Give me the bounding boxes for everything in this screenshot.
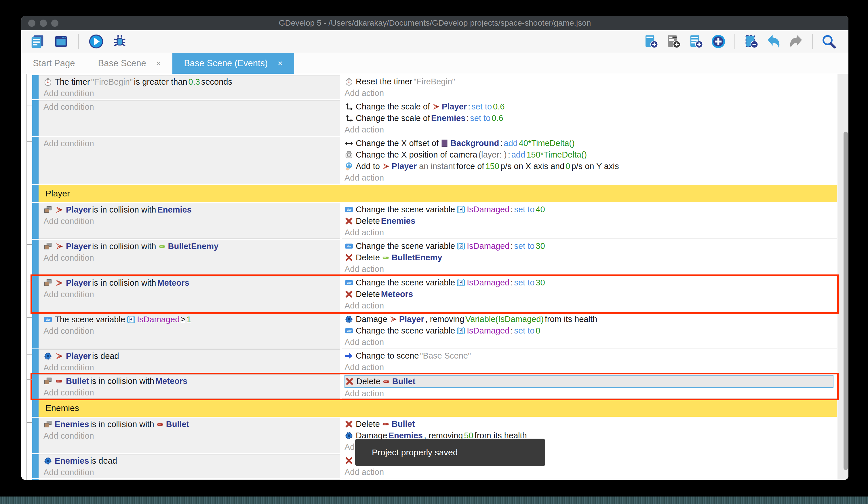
event-handle[interactable] <box>32 349 39 374</box>
search-icon[interactable] <box>821 33 837 50</box>
tab-base-scene-events-[interactable]: Base Scene (Events)× <box>172 53 294 74</box>
action-line[interactable]: Damage Player, removing Variable(IsDamag… <box>344 313 837 325</box>
condition-line[interactable]: Enemies is dead <box>43 455 340 466</box>
condition-line[interactable]: VarThe scene variable IsDamaged ≥ 1 <box>43 314 340 325</box>
event-handle[interactable] <box>32 479 39 480</box>
bullet-red-icon <box>55 377 64 386</box>
add-event-icon[interactable] <box>643 33 659 50</box>
add-action-button[interactable]: Add action <box>344 300 837 311</box>
condition-line[interactable]: Player is in collision with Enemies <box>43 204 340 215</box>
action-line[interactable]: VarChange the scene variable IsDamaged: … <box>344 277 837 288</box>
action-line[interactable]: Change the scale of Enemies: set to 0.6 <box>344 112 837 124</box>
text-segment: Bullet <box>392 419 415 429</box>
add-condition-button[interactable]: Add condition <box>43 215 340 227</box>
event-handle[interactable] <box>32 240 39 275</box>
add-action-button[interactable]: Add action <box>344 336 837 348</box>
action-line[interactable]: Delete Meteors <box>344 288 837 300</box>
event-handle[interactable] <box>32 400 39 417</box>
tab-base-scene[interactable]: Base Scene× <box>86 53 172 74</box>
play-icon[interactable] <box>88 33 104 50</box>
add-condition-button[interactable]: Add condition <box>43 138 340 149</box>
condition-line[interactable]: Bullet is in collision with Meteors <box>43 375 340 387</box>
event-handle[interactable] <box>32 100 39 136</box>
remove-event-icon[interactable] <box>743 33 759 50</box>
actions-cell: Reset the timer "FireBegin"Add action <box>342 75 837 99</box>
action-line[interactable]: Reset the timer "FireBegin" <box>344 76 837 87</box>
add-condition-button[interactable]: Add condition <box>43 387 340 398</box>
text-segment: p/s on X axis and <box>500 162 565 171</box>
add-action-button[interactable]: Add action <box>344 361 837 373</box>
event-handle[interactable] <box>32 454 39 478</box>
group-label: Enemies <box>45 403 79 413</box>
event-tree-line <box>27 74 27 480</box>
action-line[interactable]: Delete Bullet <box>344 375 834 387</box>
add-action-button[interactable]: Add action <box>344 466 837 478</box>
add-action-button[interactable]: Add action <box>344 263 837 275</box>
action-line[interactable]: Add to Player an instant force of 150 p/… <box>344 160 837 172</box>
condition-line[interactable]: Player is in collision with Meteors <box>43 277 340 289</box>
action-line[interactable]: Change the X position of camera (layer: … <box>344 149 837 160</box>
condition-line[interactable]: The timer "FireBegin" is greater than 0.… <box>43 76 340 88</box>
group-header[interactable]: Enemies <box>39 400 837 417</box>
add-action-button[interactable]: Add action <box>344 172 837 183</box>
event-handle[interactable] <box>32 185 39 202</box>
add-subevent-icon[interactable] <box>688 33 704 50</box>
redo-icon[interactable] <box>788 33 804 50</box>
scene-editor-icon[interactable] <box>53 33 69 50</box>
add-condition-button[interactable]: Add condition <box>43 88 340 99</box>
action-line[interactable]: Change to scene "Base Scene" <box>344 350 837 361</box>
event-handle[interactable] <box>32 203 39 239</box>
tree-connector <box>27 281 32 281</box>
tab-close-icon[interactable]: × <box>277 59 283 68</box>
tab-close-icon[interactable]: × <box>156 59 161 68</box>
action-line[interactable]: VarChange the scene variable IsDamaged: … <box>344 204 837 215</box>
event-row: Player is deadAdd conditionChange to sce… <box>32 349 837 374</box>
text-segment: Player <box>66 205 91 214</box>
actions-cell: Change the X offset of Background: add 4… <box>342 137 837 184</box>
add-condition-button[interactable]: Add condition <box>43 430 340 442</box>
action-line[interactable]: Delete Bullet <box>344 418 837 430</box>
condition-line[interactable]: Player is dead <box>43 350 340 362</box>
event-handle[interactable] <box>32 313 39 349</box>
event-handle[interactable] <box>32 374 39 399</box>
vertical-scrollbar[interactable] <box>837 74 848 480</box>
scrollbar-thumb[interactable] <box>844 132 848 470</box>
text-segment: (layer: ) <box>478 150 507 160</box>
conditions-cell: Player is in collision with BulletEnemyA… <box>39 240 340 275</box>
debug-icon[interactable] <box>112 33 128 50</box>
player-ship-icon <box>55 242 64 251</box>
svg-text:Var: Var <box>45 317 51 322</box>
action-line[interactable]: Change the scale of Player: set to 0.6 <box>344 101 837 112</box>
tab-start-page[interactable]: Start Page <box>21 53 86 74</box>
add-action-button[interactable]: Add action <box>344 87 837 99</box>
text-segment: Change the scale of <box>356 113 430 123</box>
event-handle[interactable] <box>32 276 39 312</box>
add-condition-button[interactable]: Add condition <box>43 325 340 337</box>
add-action-button[interactable]: Add action <box>344 124 837 135</box>
action-line[interactable]: VarChange the scene variable IsDamaged: … <box>344 240 837 252</box>
action-line[interactable]: Change the X offset of Background: add 4… <box>344 137 837 149</box>
action-line[interactable]: VarChange the scene variable IsDamaged: … <box>344 325 837 336</box>
event-handle[interactable] <box>32 417 39 453</box>
action-line[interactable]: Delete Enemies <box>344 215 837 226</box>
add-condition-button[interactable]: Add condition <box>43 466 340 478</box>
add-condition-button[interactable]: Add condition <box>43 362 340 373</box>
project-manager-icon[interactable] <box>29 33 45 50</box>
undo-icon[interactable] <box>766 33 782 50</box>
add-action-button[interactable]: Add action <box>344 226 837 238</box>
add-action-button[interactable]: Add action <box>344 387 837 399</box>
text-segment: is in collision with <box>92 242 156 251</box>
event-handle[interactable] <box>32 75 39 99</box>
event-handle[interactable] <box>32 137 39 184</box>
add-condition-button[interactable]: Add condition <box>43 289 340 300</box>
add-new-icon[interactable] <box>710 33 726 50</box>
add-condition-button[interactable]: Add condition <box>43 252 340 263</box>
group-header[interactable]: Player <box>39 185 837 202</box>
add-comment-icon[interactable] <box>665 33 682 50</box>
condition-line[interactable]: Player is in collision with BulletEnemy <box>43 241 340 252</box>
text-segment: Delete <box>356 419 380 429</box>
add-condition-button[interactable]: Add condition <box>43 101 340 113</box>
svg-text:Var: Var <box>347 329 352 333</box>
condition-line[interactable]: Enemies is in collision with Bullet <box>43 419 340 430</box>
action-line[interactable]: Delete BulletEnemy <box>344 252 837 263</box>
